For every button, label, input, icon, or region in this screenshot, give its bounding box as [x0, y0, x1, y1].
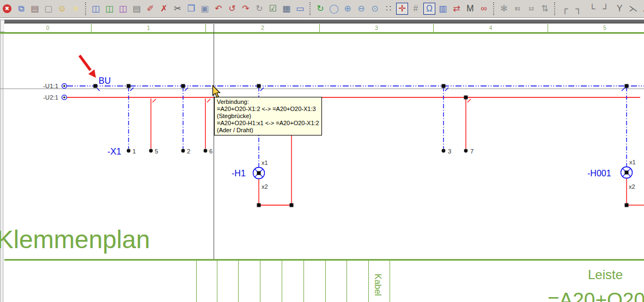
lamp-h001[interactable] [621, 167, 633, 178]
tooltip-line: (Stegbrücke) [217, 113, 319, 120]
tooltip-line: =A20+O20-H1:x1 <-> =A20+O20-X1:2 [217, 120, 319, 127]
terminal-number[interactable]: 5 [155, 148, 158, 155]
tooltip-line: =A20+O20-X1:2 <-> =A20+O20-X1:3 [217, 106, 319, 113]
terminal-number[interactable]: 7 [470, 148, 473, 155]
u1-connection-point[interactable] [62, 84, 67, 89]
u2-connection-point[interactable] [62, 95, 67, 100]
terminal-number[interactable]: 6 [209, 148, 212, 155]
connection-tooltip: Verbindung: =A20+O20-X1:2 <-> =A20+O20-X… [214, 97, 322, 135]
u1-label[interactable]: -U1:1 [43, 83, 58, 89]
h001-pin-bottom: x2 [629, 183, 635, 190]
lamp-h1[interactable] [253, 168, 265, 179]
h001-label[interactable]: -H001 [587, 169, 611, 178]
h1-pin-top: x1 [262, 159, 268, 166]
terminal-strip-label[interactable]: -X1 [107, 146, 121, 156]
blue-wire-drops[interactable] [129, 87, 627, 167]
schematic-canvas[interactable]: -U1:1 -U2:1 BU -X1 1 5 2 6 3 7 -H1 x1 x2… [0, 0, 644, 302]
terminal-number[interactable]: 3 [448, 148, 451, 155]
terminal-number[interactable]: 1 [132, 148, 136, 155]
h1-pin-bottom: x2 [262, 183, 268, 190]
mouse-cursor [212, 85, 222, 98]
h1-label[interactable]: -H1 [232, 169, 246, 178]
tooltip-line: Verbindung: [217, 98, 319, 106]
blue-junction-ticks [97, 88, 625, 91]
terminal-dots[interactable] [127, 149, 468, 153]
u2-label[interactable]: -U2:1 [43, 94, 58, 101]
tooltip-line: (Ader / Draht) [217, 127, 319, 134]
bu-label[interactable]: BU [99, 76, 111, 85]
h001-pin-top: x1 [629, 159, 636, 165]
annotation-arrow [80, 56, 96, 78]
junction-nodes[interactable] [94, 84, 629, 207]
terminal-number[interactable]: 2 [187, 148, 190, 155]
